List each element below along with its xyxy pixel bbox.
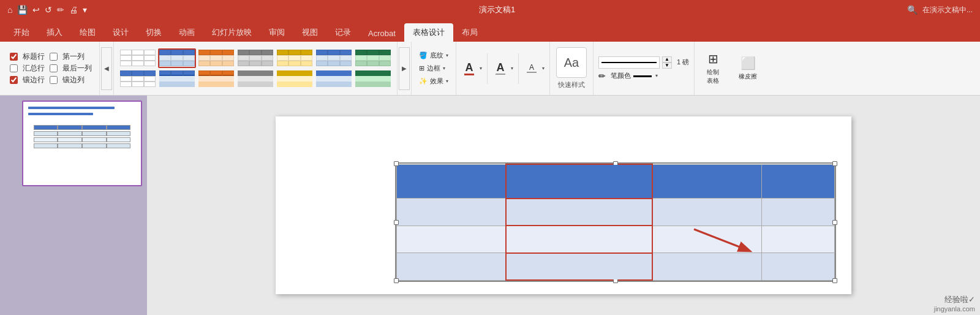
row1-cell-3[interactable] bbox=[652, 199, 762, 226]
row3-cell-4[interactable] bbox=[761, 253, 834, 280]
gallery-nav-left[interactable]: ◀ bbox=[101, 47, 112, 90]
gallery-section bbox=[114, 42, 398, 95]
row2-cell-3[interactable] bbox=[652, 226, 762, 252]
tab-slideshow[interactable]: 幻灯片放映 bbox=[203, 23, 260, 42]
checkbox-title-row-label[interactable]: 标题行 bbox=[23, 51, 45, 62]
handle-mr[interactable] bbox=[832, 220, 837, 225]
font-a-button-1[interactable]: A bbox=[461, 60, 477, 77]
gallery-item-12[interactable] bbox=[276, 69, 314, 89]
tab-acrobat[interactable]: Acrobat bbox=[360, 25, 404, 42]
gallery-item-7[interactable] bbox=[354, 48, 392, 68]
row2-cell-2-selected[interactable] bbox=[506, 226, 652, 252]
row1-cell-1[interactable] bbox=[397, 199, 507, 226]
font-a-button-2[interactable]: A bbox=[492, 60, 508, 77]
effect-button[interactable]: ✨ 效果 ▾ bbox=[417, 75, 451, 87]
checkbox-summary-label[interactable]: 汇总行 bbox=[23, 63, 45, 74]
effect-dropdown-arrow[interactable]: ▾ bbox=[446, 78, 448, 84]
tab-table-design[interactable]: 表格设计 bbox=[404, 23, 453, 42]
checkbox-summary-input[interactable] bbox=[10, 64, 18, 72]
quick-styles-button[interactable]: Aa bbox=[556, 47, 587, 78]
header-cell-3[interactable] bbox=[652, 164, 762, 199]
stt-cell bbox=[58, 143, 82, 148]
checkbox-first-col-label[interactable]: 第一列 bbox=[62, 51, 85, 62]
border-button[interactable]: ⊞ 边框 ▾ bbox=[417, 63, 451, 74]
redo-icon[interactable]: ↺ bbox=[45, 5, 52, 15]
header-cell-2-selected[interactable] bbox=[506, 164, 652, 199]
gallery-item-11[interactable] bbox=[236, 69, 274, 89]
font-a2-dropdown[interactable]: ▾ bbox=[511, 66, 513, 71]
row3-cell-3[interactable] bbox=[652, 253, 762, 280]
gallery-item-13[interactable] bbox=[315, 69, 353, 89]
tab-design[interactable]: 设计 bbox=[104, 23, 137, 42]
pen-color-dropdown[interactable]: ▾ bbox=[655, 73, 658, 78]
tab-view[interactable]: 视图 bbox=[293, 23, 326, 42]
tab-record[interactable]: 记录 bbox=[326, 23, 360, 42]
gallery-item-2-selected[interactable] bbox=[158, 48, 196, 68]
table-container[interactable] bbox=[395, 162, 836, 282]
tab-review[interactable]: 审阅 bbox=[260, 23, 293, 42]
font-a1-dropdown[interactable]: ▾ bbox=[480, 66, 482, 71]
customize-icon[interactable]: ✏ bbox=[57, 5, 64, 15]
checkbox-first-col-input[interactable] bbox=[50, 53, 58, 61]
checkbox-banded-cols-input[interactable] bbox=[50, 76, 58, 84]
gallery-item-8[interactable] bbox=[119, 69, 157, 89]
eraser-button[interactable]: ⬜ 橡皮擦 bbox=[734, 53, 762, 83]
border-dropdown-arrow[interactable]: ▾ bbox=[443, 66, 445, 71]
save-icon[interactable]: 💾 bbox=[17, 5, 28, 15]
handle-bl[interactable] bbox=[394, 278, 399, 283]
handle-tl[interactable] bbox=[394, 161, 399, 166]
tab-draw[interactable]: 绘图 bbox=[71, 23, 104, 42]
checkbox-last-col-label[interactable]: 最后一列 bbox=[62, 63, 92, 74]
draw-section: ⊞ 绘制 表格 ⬜ 橡皮擦 bbox=[695, 42, 769, 95]
more-icon[interactable]: ▾ bbox=[83, 5, 87, 15]
checkbox-banded-rows-label[interactable]: 镶边行 bbox=[23, 75, 45, 85]
gallery-item-14[interactable] bbox=[354, 69, 392, 89]
handle-ml[interactable] bbox=[394, 220, 399, 225]
search-icon[interactable]: 🔍 bbox=[907, 5, 918, 15]
home-icon[interactable]: ⌂ bbox=[7, 5, 12, 15]
search-label[interactable]: 在演示文稿中... bbox=[922, 5, 973, 15]
draw-table-button[interactable]: ⊞ 绘制 表格 bbox=[702, 49, 724, 88]
checkbox-title-row-input[interactable] bbox=[10, 53, 18, 61]
stt-cell bbox=[82, 125, 107, 130]
tab-transition[interactable]: 切换 bbox=[137, 23, 170, 42]
checkbox-banded-rows-input[interactable] bbox=[10, 76, 18, 84]
checkbox-banded-cols-label[interactable]: 镶边列 bbox=[62, 75, 85, 85]
slide-thumbnail[interactable] bbox=[22, 101, 142, 186]
gallery-item-1[interactable] bbox=[119, 48, 157, 68]
print-icon[interactable]: 🖨 bbox=[69, 5, 78, 15]
row1-cell-2-selected[interactable] bbox=[506, 199, 652, 226]
gallery-item-10[interactable] bbox=[197, 69, 235, 89]
slide-canvas[interactable] bbox=[276, 116, 851, 294]
shading-button[interactable]: 🪣 底纹 ▾ bbox=[417, 50, 451, 61]
stt-cell bbox=[34, 143, 58, 148]
row2-cell-4[interactable] bbox=[761, 226, 834, 252]
stt-cell bbox=[34, 137, 58, 142]
row3-cell-1[interactable] bbox=[397, 253, 507, 280]
gallery-nav-right[interactable]: ▶ bbox=[399, 47, 410, 90]
handle-tr[interactable] bbox=[832, 161, 837, 166]
header-cell-1[interactable] bbox=[397, 164, 507, 199]
spin-up-button[interactable]: ▲ bbox=[662, 56, 672, 63]
effect-label: 效果 bbox=[430, 77, 443, 86]
undo-icon[interactable]: ↩ bbox=[32, 5, 40, 15]
tab-start[interactable]: 开始 bbox=[5, 23, 38, 42]
gallery-item-5[interactable] bbox=[276, 48, 314, 68]
gallery-item-6[interactable] bbox=[315, 48, 353, 68]
handle-br[interactable] bbox=[832, 278, 837, 283]
row3-cell-2-selected[interactable] bbox=[506, 253, 652, 280]
gallery-item-3[interactable] bbox=[197, 48, 235, 68]
checkbox-last-col-input[interactable] bbox=[50, 64, 58, 72]
font-a3-dropdown[interactable]: ▾ bbox=[542, 66, 545, 71]
row1-cell-4[interactable] bbox=[761, 199, 834, 226]
tab-layout[interactable]: 布局 bbox=[453, 23, 486, 42]
font-a-button-3[interactable]: A bbox=[524, 62, 540, 75]
gallery-item-9[interactable] bbox=[158, 69, 196, 89]
row2-cell-1[interactable] bbox=[397, 226, 507, 252]
spin-down-button[interactable]: ▼ bbox=[662, 63, 672, 69]
gallery-item-4[interactable] bbox=[236, 48, 274, 68]
shading-dropdown-arrow[interactable]: ▾ bbox=[446, 53, 448, 58]
tab-animation[interactable]: 动画 bbox=[170, 23, 203, 42]
tab-insert[interactable]: 插入 bbox=[38, 23, 71, 42]
header-cell-4[interactable] bbox=[761, 164, 834, 199]
